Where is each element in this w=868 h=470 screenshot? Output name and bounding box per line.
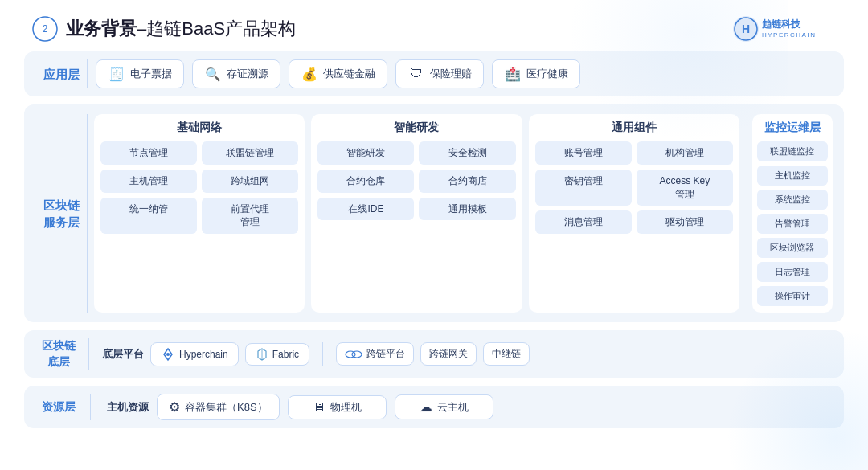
chip-physical: 🖥 物理机 <box>288 395 387 419</box>
svg-text:HYPERCHAIN: HYPERCHAIN <box>762 31 816 39</box>
cell-account-mgmt: 账号管理 <box>535 141 632 165</box>
bottom-layers: 区块链 底层 底层平台 Hyperchain F <box>24 330 844 378</box>
chip-fabric: Fabric <box>245 343 309 366</box>
common-components-grid: 账号管理 机构管理 密钥管理 Access Key管理 消息管理 驱动管理 <box>535 141 733 234</box>
chip-cloud: ☁ 云主机 <box>395 394 493 419</box>
platform-label: 底层平台 <box>102 347 144 362</box>
resource-layer-section: 资源层 主机资源 ⚙ 容器集群（K8S） 🖥 物理机 ☁ 云主机 <box>24 386 844 428</box>
cell-cross-domain: 跨域组网 <box>202 170 298 193</box>
basic-network-grid: 节点管理 联盟链管理 主机管理 跨域组网 统一纳管 前置代理管理 <box>100 141 298 234</box>
fabric-icon <box>256 348 268 361</box>
monitor-alliance: 联盟链监控 <box>757 141 828 161</box>
cell-smart-dev: 智能研发 <box>317 141 414 165</box>
monitor-system: 系统监控 <box>757 190 828 210</box>
chip-supply-chain: 💰 供应链金融 <box>289 59 387 88</box>
divider3 <box>88 338 89 370</box>
cross-chain-area: 跨链平台 跨链网关 中继链 <box>336 342 530 366</box>
ticket-icon: 🧾 <box>108 65 125 83</box>
svg-text:H: H <box>742 22 750 35</box>
hyperchain-icon <box>161 347 175 362</box>
smart-dev-col: 智能研发 智能研发 安全检测 合约仓库 合约商店 在线IDE 通用模板 <box>311 114 522 313</box>
insurance-icon: 🛡 <box>407 65 425 83</box>
chip-traceability: 🔍 存证溯源 <box>192 59 280 88</box>
health-icon: 🏥 <box>504 65 522 83</box>
cell-org-mgmt: 机构管理 <box>637 141 733 165</box>
logo: H 趋链科技 HYPERCHAIN <box>731 14 836 43</box>
service-layer-label: 区块链 服务层 <box>35 114 87 313</box>
cell-contract-repo: 合约仓库 <box>317 170 414 193</box>
monitor-explorer: 区块浏览器 <box>757 238 828 258</box>
chip-insurance: 🛡 保险理赔 <box>395 59 484 88</box>
svg-text:趋链科技: 趋链科技 <box>762 18 801 30</box>
basic-network-col: 基础网络 节点管理 联盟链管理 主机管理 跨域组网 统一纳管 前置代理管理 <box>94 114 305 313</box>
k8s-icon: ⚙ <box>169 399 180 415</box>
cell-general-template: 通用模板 <box>419 198 515 221</box>
app-layer-label: 应用层 <box>35 59 87 88</box>
cell-access-key-mgmt: Access Key管理 <box>637 170 733 206</box>
cell-key-mgmt: 密钥管理 <box>535 170 632 206</box>
cell-unified-mgmt: 统一纳管 <box>100 198 197 235</box>
cell-online-ide: 在线IDE <box>317 198 414 221</box>
monitor-log: 日志管理 <box>757 262 828 282</box>
chip-hyperchain: Hyperchain <box>150 342 239 366</box>
common-components-col: 通用组件 账号管理 机构管理 密钥管理 Access Key管理 消息管理 驱动… <box>529 114 739 313</box>
chip-k8s: ⚙ 容器集群（K8S） <box>157 394 280 420</box>
monitor-host: 主机监控 <box>757 166 828 186</box>
base-layer-label: 区块链 底层 <box>35 338 82 370</box>
svg-point-7 <box>166 353 170 356</box>
cell-alliance-mgmt: 联盟链管理 <box>202 141 298 165</box>
main-content: 应用层 🧾 电子票据 🔍 存证溯源 💰 供应链金融 🛡 保险理赔 🏥 医疗健康 <box>0 51 868 436</box>
cell-host-mgmt: 主机管理 <box>100 170 197 193</box>
svg-text:2: 2 <box>43 23 48 35</box>
chip-relay-chain: 中继链 <box>483 342 530 366</box>
monitor-col: 监控运维层 联盟链监控 主机监控 系统监控 告警管理 区块浏览器 日志管理 操作… <box>752 114 833 313</box>
divider4 <box>90 394 91 420</box>
smart-dev-title: 智能研发 <box>317 121 515 135</box>
supply-icon: 💰 <box>301 65 318 83</box>
page-title: 业务背景–趋链BaaS产品架构 <box>66 17 296 41</box>
resource-layer-label: 资源层 <box>35 399 82 415</box>
chip-electronic-ticket: 🧾 电子票据 <box>96 59 184 88</box>
basic-network-title: 基础网络 <box>100 121 298 135</box>
monitor-alert: 告警管理 <box>757 214 828 234</box>
svg-point-10 <box>352 351 362 358</box>
app-layer-chips: 🧾 电子票据 🔍 存证溯源 💰 供应链金融 🛡 保险理赔 🏥 医疗健康 <box>88 59 833 88</box>
app-layer-section: 应用层 🧾 电子票据 🔍 存证溯源 💰 供应链金融 🛡 保险理赔 🏥 医疗健康 <box>24 51 844 96</box>
brand-logo: H 趋链科技 HYPERCHAIN <box>731 14 836 43</box>
monitor-audit: 操作审计 <box>757 286 828 306</box>
chip-health: 🏥 医疗健康 <box>492 59 580 88</box>
cell-security-check: 安全检测 <box>419 141 515 165</box>
cloud-icon: ☁ <box>420 399 432 415</box>
monitor-items: 联盟链监控 主机监控 系统监控 告警管理 区块浏览器 日志管理 操作审计 <box>757 141 828 306</box>
cell-proxy-mgmt: 前置代理管理 <box>202 198 298 235</box>
cell-node-mgmt: 节点管理 <box>100 141 197 165</box>
header: 2 业务背景–趋链BaaS产品架构 H 趋链科技 HYPERCHAIN <box>0 0 868 51</box>
host-resource-label: 主机资源 <box>107 400 149 415</box>
chip-cross-gateway: 跨链网关 <box>420 342 477 366</box>
cross-chain-platform-label: 跨链平台 <box>336 342 414 366</box>
trace-icon: 🔍 <box>204 65 222 83</box>
common-components-title: 通用组件 <box>535 121 733 135</box>
step-icon: 2 <box>32 16 58 42</box>
cell-driver-mgmt: 驱动管理 <box>637 210 733 234</box>
vertical-divider <box>322 342 323 366</box>
monitor-title: 监控运维层 <box>757 121 828 135</box>
service-layer-section: 区块链 服务层 基础网络 节点管理 联盟链管理 主机管理 跨域组网 统一纳管 前… <box>24 104 844 322</box>
service-content: 基础网络 节点管理 联盟链管理 主机管理 跨域组网 统一纳管 前置代理管理 智能… <box>88 114 833 313</box>
cell-contract-shop: 合约商店 <box>419 170 515 193</box>
header-title: 2 业务背景–趋链BaaS产品架构 <box>32 16 296 42</box>
physical-icon: 🖥 <box>313 400 326 415</box>
resource-content: 主机资源 ⚙ 容器集群（K8S） 🖥 物理机 ☁ 云主机 <box>99 394 493 420</box>
smart-dev-grid: 智能研发 安全检测 合约仓库 合约商店 在线IDE 通用模板 <box>317 141 515 220</box>
base-platform-area: 底层平台 Hyperchain Fabric <box>96 342 309 366</box>
cell-msg-mgmt: 消息管理 <box>535 210 632 234</box>
base-layer-section: 区块链 底层 底层平台 Hyperchain F <box>24 330 844 378</box>
cross-chain-icon <box>345 348 362 361</box>
